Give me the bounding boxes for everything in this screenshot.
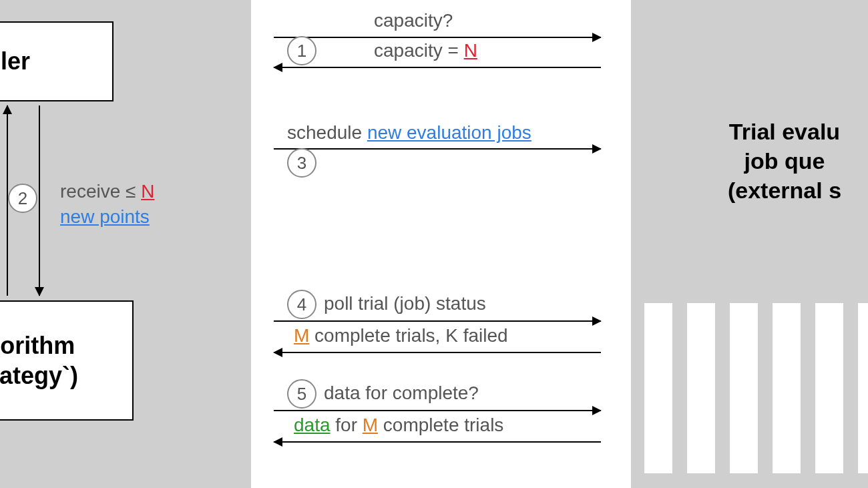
step-num-5: 5 xyxy=(297,384,306,405)
arrow-step1-right xyxy=(274,37,601,38)
step1-top-label: capacity? xyxy=(374,10,453,31)
step5-top-label: data for complete? xyxy=(324,383,479,404)
algorithm-box: tion Algorithm ationStrategy`) xyxy=(0,300,134,421)
arrow-step3-right xyxy=(274,148,601,150)
left-panel: heduler tion Algorithm ationStrategy`) 2… xyxy=(0,0,251,488)
step-circle-4: 4 xyxy=(287,290,316,319)
arrow-step5-right xyxy=(274,410,601,411)
queue-bar xyxy=(730,303,758,473)
right-title-line2: job que xyxy=(644,146,868,176)
queue-bar xyxy=(773,303,801,473)
step-num-4: 4 xyxy=(297,294,306,315)
step4-bottom-label: M complete trials, K failed xyxy=(294,325,508,346)
step-circle-2: 2 xyxy=(8,184,37,213)
arrow-step5-left xyxy=(274,441,601,443)
queue-bar xyxy=(687,303,715,473)
scheduler-box: heduler xyxy=(0,21,114,101)
step-num-1: 1 xyxy=(297,41,306,61)
step5-bottom-label: data for M complete trials xyxy=(294,415,503,436)
arrow-down-step2 xyxy=(39,105,40,296)
step-num-3: 3 xyxy=(297,153,306,174)
right-title-line3: (external s xyxy=(644,176,868,205)
step5-mid: for xyxy=(331,415,363,435)
right-title: Trial evalu job que (external s xyxy=(644,117,868,206)
scheduler-label: heduler xyxy=(0,47,30,75)
queue-bar xyxy=(644,303,672,473)
step3-link[interactable]: new evaluation jobs xyxy=(367,122,531,143)
algorithm-label-line2: ationStrategy`) xyxy=(0,360,78,391)
step4-top-label: poll trial (job) status xyxy=(324,293,486,314)
step5-data: data xyxy=(294,415,331,435)
arrow-step4-right xyxy=(274,320,601,322)
step2-recv-prefix: receive ≤ xyxy=(60,181,141,202)
step4-M: M xyxy=(294,325,309,346)
arrow-step1-left xyxy=(274,67,601,68)
step-circle-1: 1 xyxy=(287,36,316,65)
algorithm-label-line1: tion Algorithm xyxy=(0,330,75,360)
step5-end: complete trials xyxy=(378,415,503,435)
step1-N: N xyxy=(464,40,477,61)
step-circle-3: 3 xyxy=(287,148,316,178)
queue-bar xyxy=(858,303,868,473)
step3-prefix: schedule xyxy=(287,122,367,143)
step5-M: M xyxy=(363,415,378,435)
queue-bars xyxy=(644,303,868,473)
arrow-step4-left xyxy=(274,352,601,353)
step1-bottom-prefix: capacity = xyxy=(374,40,464,61)
step3-label: schedule new evaluation jobs xyxy=(287,122,531,144)
step-circle-5: 5 xyxy=(287,379,316,409)
step-num-2: 2 xyxy=(18,188,27,209)
step2-label: receive ≤ N new points xyxy=(60,179,154,230)
step4-mid: complete trials, K failed xyxy=(309,325,507,346)
step2-N: N xyxy=(141,181,154,202)
right-title-line1: Trial evalu xyxy=(644,117,868,146)
step1-bottom-label: capacity = N xyxy=(374,40,477,61)
queue-bar xyxy=(815,303,843,473)
step2-new-points-link[interactable]: new points xyxy=(60,206,150,227)
